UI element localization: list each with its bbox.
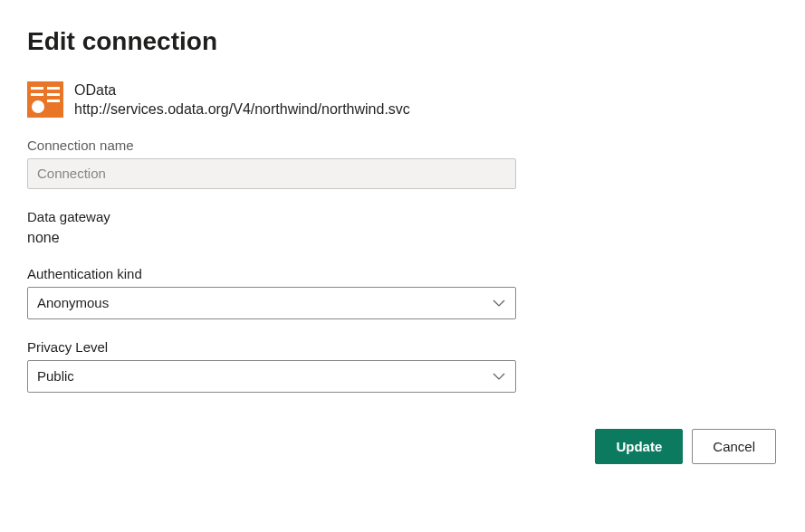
data-gateway-value: none xyxy=(27,230,516,246)
page-title: Edit connection xyxy=(27,27,778,56)
button-row: Update Cancel xyxy=(27,429,778,464)
connection-info: OData http://services.odata.org/V4/north… xyxy=(74,81,410,119)
svg-rect-5 xyxy=(47,100,60,102)
field-authentication-kind: Authentication kind Anonymous xyxy=(27,266,516,319)
field-privacy-level: Privacy Level Public xyxy=(27,339,516,393)
svg-point-6 xyxy=(32,100,44,113)
svg-rect-3 xyxy=(31,93,43,96)
svg-rect-4 xyxy=(47,93,60,96)
privacy-level-select[interactable]: Public xyxy=(27,360,516,393)
svg-rect-2 xyxy=(47,87,60,90)
odata-icon xyxy=(27,81,63,118)
privacy-level-label: Privacy Level xyxy=(27,339,516,355)
field-data-gateway: Data gateway none xyxy=(27,209,516,246)
cancel-button[interactable]: Cancel xyxy=(692,429,776,464)
connection-name-input[interactable] xyxy=(27,158,516,189)
connection-url-label: http://services.odata.org/V4/northwind/n… xyxy=(74,100,410,119)
field-connection-name: Connection name xyxy=(27,138,516,189)
authentication-kind-label: Authentication kind xyxy=(27,266,516,281)
connection-header: OData http://services.odata.org/V4/north… xyxy=(27,81,778,119)
svg-rect-1 xyxy=(31,87,43,90)
connection-type-label: OData xyxy=(74,81,410,100)
authentication-kind-select[interactable]: Anonymous xyxy=(27,287,516,319)
connection-name-label: Connection name xyxy=(27,138,516,153)
update-button[interactable]: Update xyxy=(595,429,683,464)
data-gateway-label: Data gateway xyxy=(27,209,516,224)
